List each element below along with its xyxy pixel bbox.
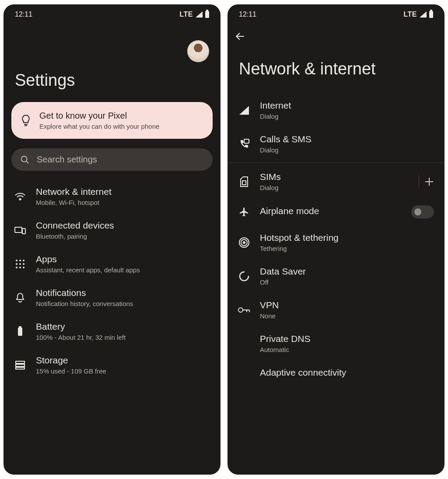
network-item-vpn[interactable]: VPN None	[228, 293, 444, 327]
item-title: Internet	[260, 100, 434, 111]
svg-rect-19	[16, 364, 24, 366]
hotspot-icon	[238, 237, 250, 248]
svg-point-8	[19, 260, 21, 261]
page-title: Settings	[4, 71, 220, 97]
svg-rect-23	[242, 181, 246, 185]
svg-line-3	[26, 161, 29, 163]
svg-rect-5	[15, 227, 22, 232]
svg-point-10	[16, 263, 18, 265]
item-subtitle: Mobile, Wi-Fi, hotspot	[36, 199, 210, 206]
item-subtitle: Automatic	[260, 346, 434, 353]
plus-icon	[424, 177, 434, 187]
svg-point-26	[243, 242, 245, 243]
network-item-adaptive-connectivity[interactable]: Adaptive connectivity	[228, 360, 444, 380]
settings-item-network[interactable]: Network & internet Mobile, Wi-Fi, hotspo…	[4, 180, 220, 213]
network-item-private-dns[interactable]: Private DNS Automatic	[228, 327, 444, 360]
svg-point-4	[19, 198, 21, 200]
item-title: Adaptive connectivity	[260, 367, 434, 378]
item-subtitle: Bluetooth, pairing	[36, 232, 210, 240]
settings-item-battery[interactable]: Battery 100% - About 21 hr, 32 min left	[4, 314, 220, 348]
network-label: LTE	[179, 11, 193, 18]
item-subtitle: None	[260, 312, 434, 320]
network-label: LTE	[403, 11, 417, 18]
data-saver-icon	[238, 271, 250, 282]
svg-point-12	[23, 263, 24, 265]
section-divider	[228, 162, 444, 163]
settings-screen: 12:11 LTE Settings Get to know your Pixe…	[4, 4, 220, 475]
item-title: Connected devices	[36, 220, 210, 231]
svg-point-29	[238, 308, 243, 312]
wifi-icon	[14, 192, 26, 201]
item-title: Calls & SMS	[260, 134, 434, 144]
item-subtitle: Tethering	[260, 245, 434, 252]
lightbulb-icon	[21, 114, 31, 127]
airplane-icon	[238, 207, 250, 217]
network-item-internet[interactable]: Internet Dialog	[228, 93, 444, 127]
search-placeholder: Search settings	[37, 155, 97, 165]
settings-item-notifications[interactable]: Notifications Notification history, conv…	[4, 281, 220, 314]
svg-rect-17	[19, 326, 21, 328]
battery-icon	[429, 11, 433, 18]
airplane-toggle[interactable]	[411, 205, 434, 218]
item-title: Hotspot & tethering	[260, 232, 434, 243]
network-item-calls-sms[interactable]: Calls & SMS Dialog	[228, 127, 444, 161]
network-item-data-saver[interactable]: Data Saver Off	[228, 259, 444, 293]
settings-list: Network & internet Mobile, Wi-Fi, hotspo…	[4, 177, 220, 475]
bell-icon	[14, 292, 26, 303]
signal-icon	[420, 11, 427, 18]
network-item-hotspot[interactable]: Hotspot & tethering Tethering	[228, 225, 444, 259]
svg-point-11	[19, 263, 21, 265]
phone-sms-icon	[238, 139, 250, 149]
item-title: Airplane mode	[260, 206, 402, 216]
network-item-sims[interactable]: SIMs Dialog	[228, 165, 444, 198]
arrow-left-icon	[234, 31, 246, 42]
item-subtitle: Dialog	[260, 146, 434, 154]
status-bar: 12:11 LTE	[228, 4, 444, 23]
item-title: Network & internet	[36, 187, 210, 197]
svg-point-2	[21, 156, 27, 162]
promo-card[interactable]: Get to know your Pixel Explore what you …	[11, 102, 213, 139]
item-subtitle: Notification history, conversations	[36, 300, 210, 307]
svg-rect-18	[16, 361, 24, 363]
search-icon	[20, 155, 30, 165]
item-title: Notifications	[36, 288, 210, 298]
item-subtitle: Dialog	[260, 184, 409, 191]
apps-grid-icon	[14, 259, 26, 269]
network-list: Internet Dialog Calls & SMS Dialog	[228, 91, 444, 475]
svg-point-15	[23, 267, 24, 268]
clock: 12:11	[239, 11, 256, 18]
svg-point-7	[16, 260, 18, 261]
vertical-divider	[419, 175, 419, 188]
item-subtitle: Off	[260, 278, 434, 286]
settings-item-storage[interactable]: Storage 15% used - 109 GB free	[4, 348, 220, 382]
svg-rect-22	[244, 139, 249, 143]
back-button[interactable]	[228, 23, 444, 42]
clock: 12:11	[15, 11, 32, 18]
signal-triangle-icon	[238, 106, 250, 115]
svg-rect-6	[22, 229, 25, 234]
promo-title: Get to know your Pixel	[39, 111, 159, 121]
item-title: Storage	[36, 355, 210, 366]
item-title: Apps	[36, 254, 210, 264]
signal-icon	[196, 11, 203, 18]
settings-item-connected-devices[interactable]: Connected devices Bluetooth, pairing	[4, 213, 220, 247]
svg-point-9	[23, 260, 24, 261]
item-subtitle: 15% used - 109 GB free	[36, 367, 210, 375]
item-subtitle: 100% - About 21 hr, 32 min left	[36, 334, 210, 341]
profile-avatar[interactable]	[187, 40, 209, 62]
item-title: Data Saver	[260, 266, 434, 277]
svg-point-14	[19, 267, 21, 268]
vpn-key-icon	[238, 306, 250, 313]
settings-item-apps[interactable]: Apps Assistant, recent apps, default app…	[4, 247, 220, 281]
item-title: Private DNS	[260, 334, 434, 344]
network-screen: 12:11 LTE Network & internet Internet Di…	[228, 4, 444, 475]
network-item-airplane[interactable]: Airplane mode	[228, 198, 444, 225]
svg-rect-20	[16, 367, 24, 369]
item-subtitle: Dialog	[260, 113, 434, 120]
battery-icon	[205, 11, 209, 18]
search-settings[interactable]: Search settings	[11, 148, 213, 171]
item-title: VPN	[260, 300, 434, 310]
add-sim-button[interactable]	[424, 177, 434, 187]
status-bar: 12:11 LTE	[4, 4, 220, 23]
promo-subtitle: Explore what you can do with your phone	[39, 123, 159, 130]
